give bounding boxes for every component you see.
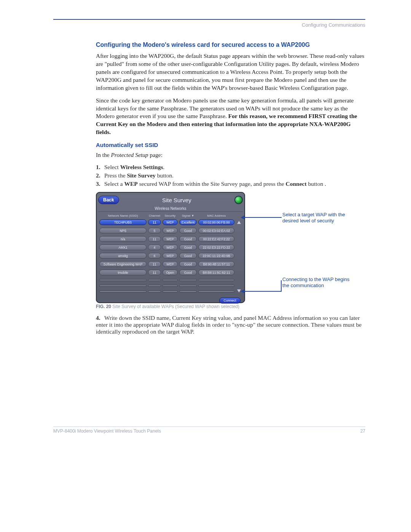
table-row[interactable]: AMX14WEPGood22:02:E3:22:FD:22	[99, 244, 242, 251]
cell-pill: 00:02:E3:02:EA:02	[198, 228, 234, 233]
step-3: 3.Select a WEP secured WAP from within t…	[96, 181, 365, 187]
steps-list: 1.Select Wireless Settings. 2.Press the …	[96, 164, 365, 187]
cell-pill: AMX1	[99, 244, 147, 250]
cell-pill	[179, 291, 197, 292]
cell-pill	[99, 279, 147, 281]
step-1-a: Select	[104, 164, 120, 170]
cell-pill	[148, 279, 161, 281]
paragraph-2: Since the code key generator on Modero p…	[96, 97, 365, 137]
connect-button[interactable]: Connect	[219, 297, 241, 304]
col-mac: MAC Address	[198, 214, 235, 218]
heading-auto-ssid: Automatically set SSID	[96, 142, 365, 148]
step-1-c: .	[163, 164, 164, 170]
cell-pill: 00:02:00:00:FB:00	[198, 219, 234, 225]
cell-pill: Excellent	[179, 219, 197, 225]
col-ssid: Network Name (SSID)	[99, 214, 147, 218]
table-row[interactable]: tmobile11OpenGoodB8:B8:11:5C:62:11	[99, 269, 242, 276]
cell-pill: WEP	[162, 219, 178, 225]
scroll-up-icon[interactable]	[237, 221, 241, 224]
table-row[interactable]: amxitg6WEPGood22:0C:11:22:4D:9B	[99, 252, 242, 260]
intro-post: page:	[148, 152, 162, 158]
step-1-num: 1.	[96, 164, 104, 171]
panel-title: Site Survey	[119, 197, 234, 203]
cell-pill	[198, 291, 234, 292]
intro-line: In the Protected Setup page:	[96, 151, 365, 159]
step-4: 4.Write down the SSID name, Current Key …	[96, 315, 365, 335]
col-signal[interactable]: Signal ▼	[179, 214, 197, 218]
connect-row: Connect	[98, 295, 243, 303]
cell-pill: 6	[148, 253, 161, 259]
cell-pill: Good	[179, 228, 197, 233]
col-channel: Channel	[148, 214, 161, 218]
table-row	[99, 278, 242, 282]
footer-left: MVP-8400i Modero Viewpoint Wireless Touc…	[53, 428, 161, 434]
document-page: Configuring Communications Configuring t…	[0, 0, 411, 449]
cell-pill: amxitg	[99, 253, 147, 259]
site-survey-panel: Back Site Survey Wireless Networks Netwo…	[96, 192, 245, 303]
step-2-a: Press the	[104, 172, 127, 179]
cell-pill: 11	[148, 219, 161, 225]
step-3-a: Select a	[104, 181, 124, 187]
cell-pill	[198, 285, 234, 287]
cell-pill	[179, 279, 197, 281]
step-3-d: Connect	[286, 181, 307, 187]
table-row[interactable]: TECHPUBS11WEPExcellent00:02:00:00:FB:00	[99, 219, 242, 226]
cell-pill: B8:B8:11:5C:62:11	[198, 270, 234, 275]
cell-pill	[148, 291, 161, 292]
intro-mid: Protected Setup	[111, 152, 148, 158]
table-row[interactable]: Software Engineering WAP11WEPGoodB8:90:4…	[99, 261, 242, 268]
col-security: Security	[162, 214, 178, 218]
cell-pill: 11	[148, 236, 161, 242]
cell-pill	[162, 291, 178, 292]
footer-page-number: 27	[360, 428, 365, 434]
step-3-b: WEP	[124, 181, 138, 187]
step-4-num: 4.	[96, 315, 104, 321]
callout-1-line	[244, 217, 282, 218]
back-button[interactable]: Back	[98, 196, 119, 204]
cell-pill: 4	[148, 244, 161, 250]
panel-subtitle: Wireless Networks	[98, 206, 243, 212]
cell-pill: 00:22:E2:42:F2:22	[198, 236, 234, 242]
callout-2-line	[244, 291, 282, 292]
step-4-text: Write down the SSID name, Current Key st…	[96, 315, 362, 335]
cell-pill: 22:02:E3:22:FD:22	[198, 244, 234, 250]
cell-pill: 11	[148, 261, 161, 267]
cell-pill: Software Engineering WAP	[99, 261, 147, 267]
step-2-num: 2.	[96, 172, 104, 179]
callout-1-arrow-icon	[241, 216, 244, 219]
table-row[interactable]: n/a11WEPGood00:22:E2:42:F2:22	[99, 236, 242, 243]
figure-caption-label: FIG. 20	[96, 304, 111, 309]
paragraph-1: After logging into the WAP200G, the defa…	[96, 52, 365, 92]
step-2-c: button.	[156, 172, 174, 179]
callout-2-line-v	[281, 280, 282, 292]
callout-2-arrow-icon	[241, 289, 244, 293]
cell-pill: 11	[148, 270, 161, 275]
content-column: Configuring the Modero's wireless card f…	[96, 42, 365, 335]
cell-pill: Good	[179, 236, 197, 242]
cell-pill: 22:0C:11:22:4D:9B	[198, 253, 234, 259]
figure-area: Back Site Survey Wireless Networks Netwo…	[96, 192, 365, 302]
cell-pill: B8:90:4B:11:57:11	[198, 261, 234, 267]
panel-titlebar: Back Site Survey	[98, 194, 243, 206]
status-led-icon	[234, 196, 243, 204]
running-header: Configuring Communications	[53, 22, 365, 28]
table-row	[99, 283, 242, 288]
cell-pill: WEP	[162, 253, 178, 259]
figure-caption-text: Site Survey of available WAPs (Secured W…	[111, 304, 239, 309]
cell-pill: TECHPUBS	[99, 219, 147, 225]
table-row[interactable]: NPS5WEPGood00:02:E3:02:EA:02	[99, 227, 242, 235]
cell-pill: n/a	[99, 236, 147, 242]
cell-pill: Good	[179, 261, 197, 267]
step-2: 2.Press the Site Survey button.	[96, 172, 365, 179]
heading-configure: Configuring the Modero's wireless card f…	[96, 42, 365, 48]
step-1-b: Wireless Settings	[120, 164, 163, 170]
cell-pill: tmobile	[99, 270, 147, 275]
cell-pill	[179, 285, 197, 287]
cell-pill	[99, 285, 147, 287]
callout-2: Connecting to the WAP begins the communi…	[282, 276, 351, 289]
table-row	[99, 289, 242, 294]
callout-1: Select a target WAP with the desired lev…	[282, 212, 351, 224]
step-2-b: Site Survey	[127, 172, 155, 179]
cell-pill	[162, 279, 178, 281]
cell-pill	[162, 285, 178, 287]
